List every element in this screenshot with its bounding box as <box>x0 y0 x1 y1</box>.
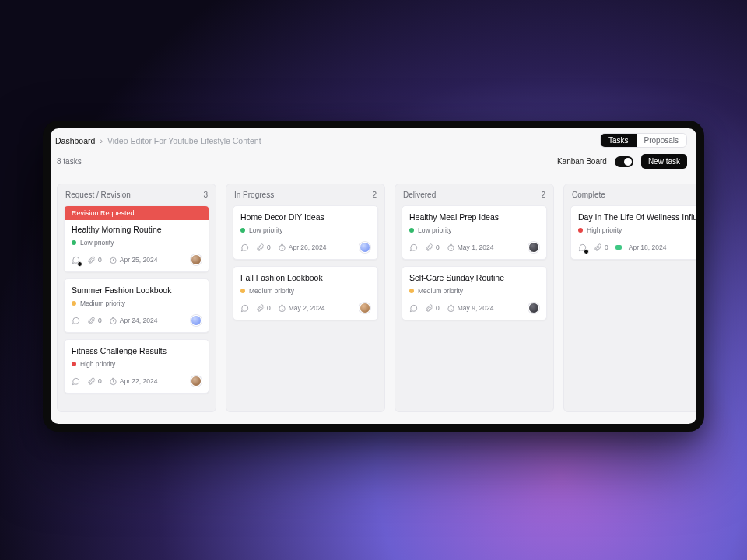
tab-tasks[interactable]: Tasks <box>601 134 637 147</box>
attachment-count: 0 <box>98 317 102 324</box>
task-title: Self-Care Sunday Routine <box>409 273 539 282</box>
priority-dot-icon <box>72 301 76 306</box>
task-card[interactable]: Fall Fashion Lookbook Medium priority 0 … <box>233 266 378 320</box>
attachment-icon <box>87 317 96 325</box>
due-date: May 1, 2024 <box>458 243 494 251</box>
attachment-count: 0 <box>605 243 608 251</box>
assignee-avatar[interactable] <box>359 242 370 253</box>
column-delivered: Delivered 2 Healthy Meal Prep Ideas Low … <box>395 184 554 412</box>
breadcrumb: Dashboard › Video Editor For Youtube Lif… <box>55 136 261 145</box>
attachment-icon <box>87 256 96 264</box>
chevron-right-icon: › <box>100 136 103 145</box>
comment-icon <box>409 304 418 313</box>
comment-icon <box>240 243 249 252</box>
attachment-count: 0 <box>436 243 440 251</box>
attachment-icon <box>87 377 96 386</box>
app-window: Dashboard › Video Editor For Youtube Lif… <box>43 121 704 432</box>
due-date: Apr 25, 2024 <box>120 256 158 264</box>
priority-label: Medium priority <box>418 287 463 295</box>
comment-icon <box>72 377 80 386</box>
column-request-revision: Request / Revision 3 Revision Requested … <box>57 184 216 412</box>
priority-label: Low priority <box>80 239 114 247</box>
toolbar: 8 tasks Kanban Board New task <box>51 151 696 177</box>
column-count: 2 <box>372 191 377 199</box>
priority-dot-icon <box>409 228 414 233</box>
priority-label: Medium priority <box>249 287 294 295</box>
due-date: Apr 24, 2024 <box>120 317 158 324</box>
task-card[interactable]: Day In The Life Of Wellness Influencer H… <box>570 205 696 260</box>
priority-dot-icon <box>240 228 245 233</box>
priority-label: Medium priority <box>80 299 125 307</box>
clock-icon <box>278 243 286 252</box>
priority-dot-icon <box>578 228 583 233</box>
comment-icon <box>409 243 418 252</box>
column-in-progress: In Progress 2 Home Decor DIY Ideas Low p… <box>226 184 385 412</box>
task-card[interactable]: Healthy Meal Prep Ideas Low priority 0 M… <box>402 205 547 260</box>
assignee-avatar[interactable] <box>528 242 539 253</box>
task-title: Home Decor DIY Ideas <box>240 212 370 222</box>
task-title: Fall Fashion Lookbook <box>240 273 370 282</box>
task-title: Day In The Life Of Wellness Influencer <box>578 212 696 222</box>
priority-label: Low priority <box>418 226 451 234</box>
kanban-toggle[interactable] <box>615 156 633 167</box>
breadcrumb-current[interactable]: Video Editor For Youtube Lifestyle Conte… <box>107 136 261 145</box>
breadcrumb-root[interactable]: Dashboard <box>55 136 95 145</box>
column-complete: Complete Day In The Life Of Wellness Inf… <box>563 184 696 412</box>
column-title: Complete <box>572 191 605 199</box>
priority-label: High priority <box>80 360 115 368</box>
priority-label: High priority <box>587 226 622 234</box>
task-card[interactable]: Self-Care Sunday Routine Medium priority… <box>402 266 547 320</box>
task-title: Healthy Meal Prep Ideas <box>409 212 539 222</box>
due-date: Apr 22, 2024 <box>120 377 158 385</box>
column-title: Request / Revision <box>65 191 131 199</box>
attachment-icon <box>425 243 433 252</box>
revision-banner: Revision Requested <box>65 206 209 220</box>
clock-icon <box>447 304 455 313</box>
clock-icon <box>109 377 117 386</box>
clock-icon <box>109 317 117 325</box>
assignee-avatar[interactable] <box>191 254 202 265</box>
task-title: Summer Fashion Lookbook <box>72 285 202 295</box>
comment-icon <box>240 304 249 313</box>
column-count: 3 <box>203 191 208 199</box>
attachment-icon <box>594 243 602 252</box>
kanban-view-label: Kanban Board <box>557 157 607 166</box>
task-title: Healthy Morning Routine <box>72 225 202 234</box>
new-task-button[interactable]: New task <box>641 154 687 169</box>
attachment-icon <box>425 304 433 313</box>
task-card[interactable]: Fitness Challenge Results High priority … <box>64 339 209 394</box>
priority-dot-icon <box>240 289 245 293</box>
priority-dot-icon <box>409 289 414 293</box>
clock-icon <box>447 243 455 252</box>
task-count-label: 8 tasks <box>57 157 82 166</box>
task-card[interactable]: Summer Fashion Lookbook Medium priority … <box>64 278 209 333</box>
column-title: In Progress <box>234 191 274 199</box>
attachment-icon <box>256 304 265 313</box>
attachment-icon <box>256 243 265 252</box>
priority-label: Low priority <box>249 226 282 234</box>
clock-icon <box>278 304 286 313</box>
attachment-count: 0 <box>267 304 271 312</box>
task-card[interactable]: Home Decor DIY Ideas Low priority 0 Apr … <box>233 205 378 260</box>
kanban-board: Request / Revision 3 Revision Requested … <box>51 177 696 426</box>
column-title: Delivered <box>403 191 436 199</box>
due-date: Apr 26, 2024 <box>289 243 327 251</box>
due-date: May 2, 2024 <box>289 304 325 312</box>
assignee-avatar[interactable] <box>528 303 539 313</box>
assignee-avatar[interactable] <box>191 376 202 387</box>
assignee-avatar[interactable] <box>359 303 370 313</box>
comment-icon <box>72 317 80 325</box>
due-date: Apr 18, 2024 <box>629 243 667 251</box>
assignee-avatar[interactable] <box>191 315 202 326</box>
task-card[interactable]: Revision Requested Healthy Morning Routi… <box>64 205 209 272</box>
attachment-count: 0 <box>98 256 102 264</box>
status-chip-icon <box>615 245 622 250</box>
due-date: May 9, 2024 <box>458 304 494 312</box>
priority-dot-icon <box>72 240 76 245</box>
view-tabs: Tasks Proposals <box>600 133 687 148</box>
priority-dot-icon <box>72 362 76 366</box>
tab-proposals[interactable]: Proposals <box>637 134 686 147</box>
attachment-count: 0 <box>436 304 440 312</box>
attachment-count: 0 <box>98 377 102 385</box>
attachment-count: 0 <box>267 243 271 251</box>
